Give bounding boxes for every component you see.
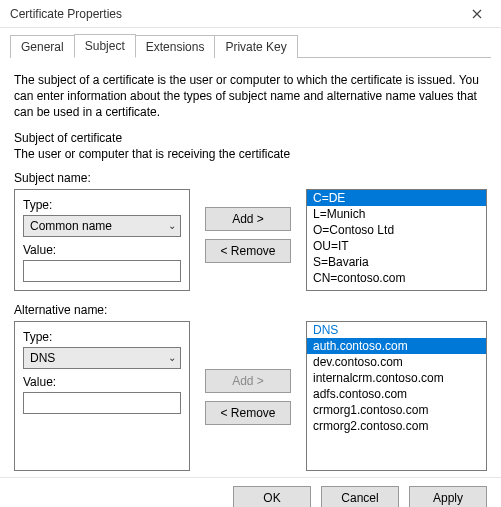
altname-add-button[interactable]: Add > [205,369,291,393]
subject-panel: Type: Common name ⌄ Value: [14,189,190,291]
subject-remove-button[interactable]: < Remove [205,239,291,263]
ok-button[interactable]: OK [233,486,311,507]
dialog-footer: OK Cancel Apply [0,477,501,507]
list-item[interactable]: CN=contoso.com [307,270,486,286]
list-item[interactable]: OU=IT [307,238,486,254]
altname-row: Type: DNS ⌄ Value: Add > < Remove DNSaut… [14,321,487,471]
titlebar: Certificate Properties [0,0,501,28]
altname-label: Alternative name: [14,303,487,317]
subject-name-row: Type: Common name ⌄ Value: Add > < Remov… [14,189,487,291]
altname-list[interactable]: DNSauth.contoso.comdev.contoso.comintern… [306,321,487,471]
altname-type-label: Type: [23,330,181,344]
subject-type-dropdown[interactable]: Common name ⌄ [23,215,181,237]
list-item[interactable]: crmorg1.contoso.com [307,402,486,418]
subject-subheading: The user or computer that is receiving t… [14,147,487,161]
tab-general[interactable]: General [10,35,75,58]
altname-type-value: DNS [30,351,55,365]
subject-buttons: Add > < Remove [198,189,298,291]
altname-value-input[interactable] [23,392,181,414]
subject-list[interactable]: C=DEL=MunichO=Contoso LtdOU=ITS=BavariaC… [306,189,487,291]
altname-value-label: Value: [23,375,181,389]
close-button[interactable] [457,2,497,26]
subject-add-button[interactable]: Add > [205,207,291,231]
list-item[interactable]: L=Munich [307,206,486,222]
altname-list-col: DNSauth.contoso.comdev.contoso.comintern… [306,321,487,471]
list-item[interactable]: C=DE [307,190,486,206]
close-icon [472,9,482,19]
window: Certificate Properties General Subject E… [0,0,501,507]
list-header: DNS [307,322,486,338]
altname-type-dropdown[interactable]: DNS ⌄ [23,347,181,369]
list-item[interactable]: dev.contoso.com [307,354,486,370]
subject-name-label: Subject name: [14,171,487,185]
altname-buttons: Add > < Remove [198,321,298,471]
subject-list-col: C=DEL=MunichO=Contoso LtdOU=ITS=BavariaC… [306,189,487,291]
list-item[interactable]: adfs.contoso.com [307,386,486,402]
subject-type-value: Common name [30,219,112,233]
list-item[interactable]: S=Bavaria [307,254,486,270]
list-item[interactable]: O=Contoso Ltd [307,222,486,238]
list-item[interactable]: internalcrm.contoso.com [307,370,486,386]
subject-type-label: Type: [23,198,181,212]
tab-privatekey[interactable]: Private Key [214,35,297,58]
window-title: Certificate Properties [10,7,122,21]
cancel-button[interactable]: Cancel [321,486,399,507]
tab-strip: General Subject Extensions Private Key [0,28,501,58]
list-item[interactable]: auth.contoso.com [307,338,486,354]
chevron-down-icon: ⌄ [168,352,176,363]
subject-value-input[interactable] [23,260,181,282]
tab-extensions[interactable]: Extensions [135,35,216,58]
description-text: The subject of a certificate is the user… [14,72,487,121]
apply-button[interactable]: Apply [409,486,487,507]
altname-panel: Type: DNS ⌄ Value: [14,321,190,471]
altname-remove-button[interactable]: < Remove [205,401,291,425]
tab-content: The subject of a certificate is the user… [0,58,501,477]
list-item[interactable]: crmorg2.contoso.com [307,418,486,434]
subject-value-label: Value: [23,243,181,257]
subject-heading: Subject of certificate [14,131,487,145]
chevron-down-icon: ⌄ [168,220,176,231]
tab-subject[interactable]: Subject [74,34,136,58]
